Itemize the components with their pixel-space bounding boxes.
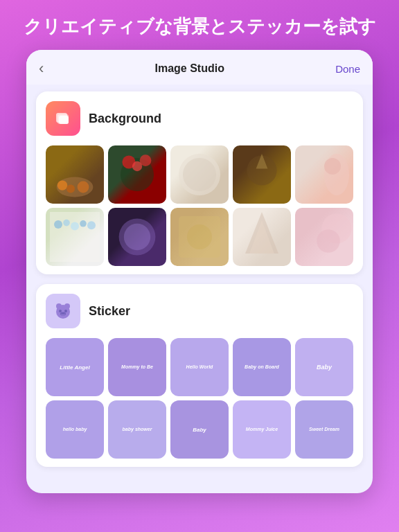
svg-point-34: [59, 310, 62, 312]
scroll-content: Background: [26, 85, 373, 493]
svg-point-16: [324, 158, 341, 175]
svg-rect-17: [50, 212, 100, 262]
svg-point-18: [54, 220, 62, 229]
sticker-item-4[interactable]: Baby on Board: [233, 338, 291, 396]
bg-thumb-2[interactable]: [108, 145, 166, 204]
bg-thumb-8[interactable]: [170, 208, 229, 266]
sticker-item-5[interactable]: Baby: [295, 338, 353, 396]
back-button[interactable]: ‹: [39, 60, 44, 78]
svg-point-5: [66, 185, 75, 193]
svg-point-20: [71, 222, 79, 231]
svg-point-35: [64, 310, 67, 312]
bg-thumb-3[interactable]: [170, 145, 229, 204]
bg-thumb-5[interactable]: [295, 145, 353, 204]
header-title: Image Studio: [155, 62, 224, 75]
bg-thumb-7[interactable]: [108, 208, 166, 266]
background-grid: [46, 145, 353, 266]
sticker-item-2[interactable]: Mommy to Be: [108, 338, 166, 396]
svg-point-12: [183, 158, 216, 191]
sticker-label: Sticker: [89, 304, 130, 319]
background-label: Background: [89, 112, 161, 126]
svg-point-21: [80, 220, 87, 227]
done-button[interactable]: Done: [335, 63, 360, 75]
sticker-item-3[interactable]: Hello World: [170, 338, 229, 396]
svg-point-6: [78, 181, 89, 193]
svg-point-4: [57, 181, 67, 190]
sticker-header: Sticker: [46, 294, 353, 328]
bg-thumb-10[interactable]: [295, 208, 353, 266]
svg-point-33: [64, 303, 70, 309]
sticker-item-7[interactable]: baby shower: [108, 400, 166, 459]
sticker-icon[interactable]: [46, 294, 80, 328]
background-icon[interactable]: [46, 101, 80, 136]
sticker-item-1[interactable]: Little Angel: [46, 338, 104, 396]
sticker-section-card: Sticker Little Angel Mommy to Be Hello W…: [36, 284, 363, 467]
svg-rect-2: [59, 116, 69, 124]
background-section-card: Background: [36, 91, 363, 274]
device-frame: ‹ Image Studio Done Background: [26, 50, 373, 493]
svg-point-19: [63, 220, 70, 227]
bg-thumb-1[interactable]: [46, 145, 104, 204]
sticker-item-8[interactable]: Baby: [170, 400, 229, 459]
sticker-item-10[interactable]: Sweet Dream: [295, 400, 353, 459]
sticker-grid: Little Angel Mommy to Be Hello World Bab…: [46, 338, 353, 459]
app-header: ‹ Image Studio Done: [26, 50, 373, 85]
svg-point-22: [87, 222, 96, 230]
svg-point-26: [187, 224, 212, 249]
sticker-item-9[interactable]: Mommy Juice: [233, 400, 291, 459]
background-header: Background: [46, 101, 353, 136]
svg-point-30: [317, 230, 340, 254]
hero-text: クリエイティブな背景とステッカーを試す: [3, 0, 397, 50]
sticker-item-6[interactable]: hello baby: [46, 400, 104, 459]
bg-thumb-9[interactable]: [233, 208, 291, 266]
svg-point-24: [124, 224, 150, 250]
bg-thumb-4[interactable]: [233, 145, 291, 204]
svg-point-32: [56, 303, 62, 309]
svg-point-10: [132, 161, 142, 171]
bg-thumb-6[interactable]: [46, 208, 104, 266]
